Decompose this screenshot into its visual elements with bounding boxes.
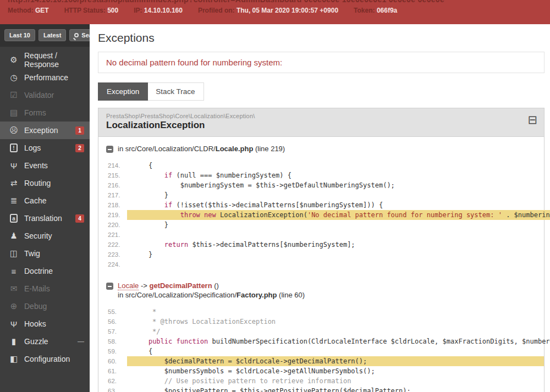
info-value: 066f9a: [377, 7, 397, 14]
code-text: if (null === $numberingSystem) {: [127, 170, 544, 180]
exception-panel-header: PrestaShop\PrestaShop\Core\Localization\…: [98, 108, 544, 137]
line-number: 215.: [98, 170, 127, 180]
events-icon: Ψ: [7, 161, 21, 170]
info-value: 14.10.10.160: [144, 7, 183, 14]
code-line: 222. return $this->decimalPatterns[$numb…: [98, 240, 544, 250]
trace-arrow: ->: [139, 281, 149, 290]
code-text: {: [127, 346, 544, 356]
line-number: 59.: [98, 346, 127, 356]
sidebar-buttons: Last 10 Latest Search: [0, 24, 90, 47]
code-line: 214. {: [98, 161, 544, 170]
sidebar-item-label: E-Mails: [24, 284, 50, 293]
code-text: $numberingSystem = $this->getDefaultNumb…: [127, 180, 544, 190]
sidebar-item-hooks[interactable]: ΨHooks: [0, 315, 90, 333]
code-line: 220. }: [98, 220, 544, 230]
exception-panel: PrestaShop\PrestaShop\Core\Localization\…: [98, 108, 544, 392]
sidebar-item-debug: ⊕Debug: [0, 297, 90, 315]
sidebar-item-performance[interactable]: ◷Performance: [0, 69, 90, 86]
line-number: 219.: [98, 210, 127, 220]
code-text: [127, 230, 544, 240]
sidebar-item-label: Twig: [24, 249, 40, 258]
code-text: {: [127, 161, 544, 170]
tab-exception[interactable]: Exception: [98, 82, 148, 101]
trace-file-line: in src/Core/Localization/Specification/F…: [118, 291, 305, 299]
line-number: 57.: [98, 327, 127, 336]
sidebar-item-guzzle[interactable]: ▮Guzzle—: [0, 333, 90, 350]
sidebar-item-routing[interactable]: ⇄Routing: [0, 174, 90, 192]
line-number: 216.: [98, 180, 127, 190]
line-number: 55.: [98, 307, 127, 317]
trace-parens: (): [212, 281, 219, 290]
sidebar-item-request-response[interactable]: ⚙Request / Response: [0, 51, 90, 69]
sidebar-item-doctrine[interactable]: ≡Doctrine: [0, 262, 90, 280]
code-text: }: [127, 250, 544, 260]
configuration-icon: ◧: [7, 354, 21, 364]
profiled-url: http://14.10.10.160/prestashop/admin/ind…: [8, 0, 550, 4]
code-text: */: [127, 327, 544, 336]
request-info: Method: GETHTTP Status: 500IP: 14.10.10.…: [8, 7, 550, 14]
trace-method-name: getDecimalPattern: [149, 281, 212, 290]
tab-stack-trace[interactable]: Stack Trace: [147, 83, 203, 100]
info-pair: HTTP Status: 500: [64, 7, 119, 14]
sidebar-item-label: Guzzle: [24, 337, 48, 346]
code-text: *: [127, 307, 544, 317]
sidebar-item-label: Debug: [24, 302, 47, 311]
doctrine-icon: ≡: [7, 267, 21, 276]
line-number: 58.: [98, 336, 127, 346]
trace-call-line: Locale -> getDecimalPattern (): [118, 281, 305, 290]
trace-class-link[interactable]: Locale: [118, 281, 139, 290]
code-line: 57. */: [98, 327, 544, 336]
code-line: 59. {: [98, 346, 544, 356]
line-number: 224.: [98, 260, 127, 269]
latest-button[interactable]: Latest: [38, 29, 66, 41]
hooks-icon: Ψ: [7, 319, 21, 329]
collapse-trace-icon[interactable]: [106, 146, 113, 153]
exception-namespace: PrestaShop\PrestaShop\Core\Localization\…: [106, 113, 536, 119]
line-number: 221.: [98, 230, 127, 240]
code-line: 219. throw new LocalizationException('No…: [98, 210, 544, 220]
sidebar-item-configuration[interactable]: ◧Configuration: [0, 350, 90, 368]
code-line: 224.: [98, 260, 544, 269]
info-label: Token:: [354, 7, 375, 14]
code-text: [127, 260, 544, 269]
trace-header: in src/Core/Localization/CLDR/Locale.php…: [98, 143, 544, 154]
main-content: Exceptions No decimal pattern found for …: [90, 24, 550, 392]
sidebar-item-translation[interactable]: aTranslation4: [0, 209, 90, 227]
code-text: if (!isset($this->decimalPatterns[$numbe…: [127, 200, 544, 210]
exception-icon: ☹: [7, 125, 21, 135]
count-badge: 2: [75, 144, 84, 152]
sidebar-item-logs[interactable]: !Logs2: [0, 139, 90, 157]
search-icon: [74, 33, 79, 37]
collapse-trace-icon[interactable]: [106, 283, 113, 290]
sidebar-item-twig[interactable]: ◫Twig: [0, 245, 90, 262]
sidebar-item-security[interactable]: ♟Security: [0, 227, 90, 245]
exception-class-name: LocalizationException: [106, 120, 536, 131]
logs-icon: !: [7, 143, 21, 152]
info-label: Method:: [8, 7, 34, 14]
code-text: $positivePattern = $this->getPositivePat…: [127, 386, 544, 392]
sidebar-item-label: Security: [24, 231, 52, 240]
line-number: 56.: [98, 317, 127, 327]
last-10-button[interactable]: Last 10: [4, 29, 35, 41]
sidebar-item-label: Exception: [24, 126, 58, 135]
twig-icon: ◫: [7, 249, 21, 258]
page-title: Exceptions: [98, 31, 544, 45]
code-line: 221.: [98, 230, 544, 240]
line-number: 214.: [98, 161, 127, 170]
collapse-panel-icon[interactable]: ⊟: [527, 114, 537, 126]
count-badge: 1: [75, 126, 84, 135]
forms-icon: ▤: [7, 108, 21, 118]
sidebar: Last 10 Latest Search ⚙Request / Respons…: [0, 24, 90, 392]
security-icon: ♟: [7, 231, 21, 241]
sidebar-item-events[interactable]: ΨEvents: [0, 157, 90, 174]
code-line: 55. *: [98, 307, 544, 317]
info-pair: Method: GET: [8, 7, 49, 14]
trace-header: Locale -> getDecimalPattern ()in src/Cor…: [98, 280, 544, 300]
guzzle-icon: ▮: [7, 336, 21, 346]
sidebar-item-exception[interactable]: ☹Exception1: [0, 122, 90, 139]
line-number: 62.: [98, 376, 127, 386]
guzzle-dash: —: [78, 338, 84, 345]
latest-label: Latest: [43, 32, 61, 38]
code-line: 61. $numbersSymbols = $cldrLocale->getAl…: [98, 366, 544, 376]
sidebar-item-cache[interactable]: ≣Cache: [0, 192, 90, 209]
